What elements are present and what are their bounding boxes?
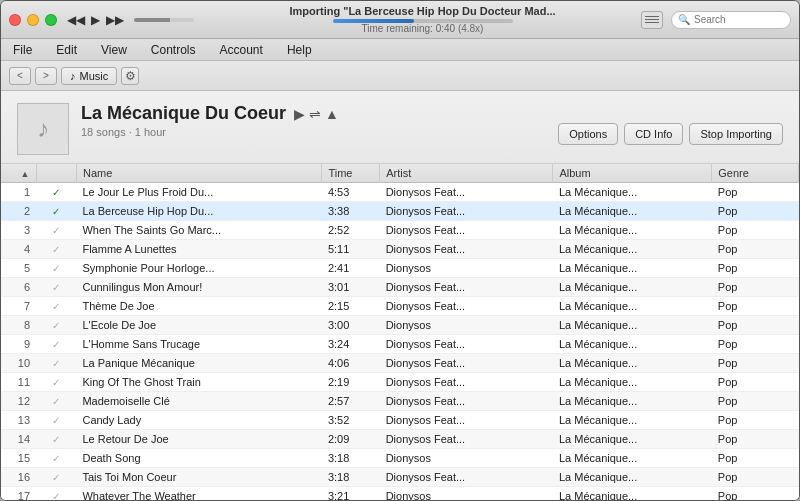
track-name[interactable]: Tais Toi Mon Coeur: [76, 468, 321, 487]
table-row[interactable]: 13 ✓ Candy Lady 3:52 Dionysos Feat... La…: [1, 411, 799, 430]
table-row[interactable]: 7 ✓ Thème De Joe 2:15 Dionysos Feat... L…: [1, 297, 799, 316]
settings-button[interactable]: ⚙: [121, 67, 139, 85]
table-row[interactable]: 11 ✓ King Of The Ghost Train 2:19 Dionys…: [1, 373, 799, 392]
track-genre: Pop: [712, 487, 799, 501]
table-row[interactable]: 6 ✓ Cunnilingus Mon Amour! 3:01 Dionysos…: [1, 278, 799, 297]
album-art: ♪: [17, 103, 69, 155]
track-status: ✓: [36, 183, 76, 202]
track-status: ✓: [36, 411, 76, 430]
track-status: ✓: [36, 221, 76, 240]
search-input[interactable]: [671, 11, 791, 29]
status-icon: ✓: [52, 187, 60, 198]
track-name[interactable]: Cunnilingus Mon Amour!: [76, 278, 321, 297]
track-name[interactable]: La Panique Mécanique: [76, 354, 321, 373]
album-shuffle-button[interactable]: ⇌: [309, 106, 321, 122]
menu-edit[interactable]: Edit: [52, 43, 81, 57]
track-name[interactable]: La Berceuse Hip Hop Du...: [76, 202, 321, 221]
track-album: La Mécanique...: [553, 487, 712, 501]
track-time: 4:06: [322, 354, 380, 373]
play-button[interactable]: ▶: [91, 13, 100, 27]
track-name[interactable]: L'Homme Sans Trucage: [76, 335, 321, 354]
table-row[interactable]: 1 ✓ Le Jour Le Plus Froid Du... 4:53 Dio…: [1, 183, 799, 202]
track-genre: Pop: [712, 221, 799, 240]
track-artist: Dionysos Feat...: [380, 411, 553, 430]
track-genre: Pop: [712, 468, 799, 487]
album-play-button[interactable]: ▶: [294, 106, 305, 122]
track-name[interactable]: Symphonie Pour Horloge...: [76, 259, 321, 278]
track-name[interactable]: Candy Lady: [76, 411, 321, 430]
track-status: ✓: [36, 468, 76, 487]
status-icon: ✓: [52, 244, 60, 255]
right-controls: 🔍: [641, 11, 791, 29]
col-header-num[interactable]: ▲: [1, 164, 36, 183]
list-view-button[interactable]: [641, 11, 663, 29]
options-button[interactable]: Options: [558, 123, 618, 145]
track-num: 6: [1, 278, 36, 297]
back-button[interactable]: <: [9, 67, 31, 85]
table-row[interactable]: 5 ✓ Symphonie Pour Horloge... 2:41 Diony…: [1, 259, 799, 278]
track-time: 3:38: [322, 202, 380, 221]
table-row[interactable]: 12 ✓ Mademoiselle Clé 2:57 Dionysos Feat…: [1, 392, 799, 411]
status-icon: ✓: [52, 434, 60, 445]
rewind-button[interactable]: ◀◀: [67, 13, 85, 27]
table-row[interactable]: 9 ✓ L'Homme Sans Trucage 3:24 Dionysos F…: [1, 335, 799, 354]
album-info: La Mécanique Du Coeur ▶ ⇌ ▲ 18 songs · 1…: [81, 103, 546, 138]
track-genre: Pop: [712, 354, 799, 373]
menu-account[interactable]: Account: [216, 43, 267, 57]
track-name[interactable]: Thème De Joe: [76, 297, 321, 316]
status-icon: ✓: [52, 453, 60, 464]
import-progress-fill: [333, 19, 414, 23]
track-name[interactable]: King Of The Ghost Train: [76, 373, 321, 392]
sort-indicator: ▲: [21, 169, 30, 179]
maximize-button[interactable]: [45, 14, 57, 26]
col-header-album[interactable]: Album: [553, 164, 712, 183]
track-time: 3:18: [322, 449, 380, 468]
table-row[interactable]: 4 ✓ Flamme A Lunettes 5:11 Dionysos Feat…: [1, 240, 799, 259]
track-name[interactable]: When The Saints Go Marc...: [76, 221, 321, 240]
menu-help[interactable]: Help: [283, 43, 316, 57]
volume-slider[interactable]: [134, 18, 194, 22]
track-time: 5:11: [322, 240, 380, 259]
table-row[interactable]: 3 ✓ When The Saints Go Marc... 2:52 Dion…: [1, 221, 799, 240]
col-header-genre[interactable]: Genre: [712, 164, 799, 183]
forward-button[interactable]: >: [35, 67, 57, 85]
track-name[interactable]: Death Song: [76, 449, 321, 468]
fast-forward-button[interactable]: ▶▶: [106, 13, 124, 27]
table-row[interactable]: 15 ✓ Death Song 3:18 Dionysos La Mécaniq…: [1, 449, 799, 468]
table-row[interactable]: 2 ✓ La Berceuse Hip Hop Du... 3:38 Diony…: [1, 202, 799, 221]
track-genre: Pop: [712, 297, 799, 316]
track-num: 14: [1, 430, 36, 449]
track-album: La Mécanique...: [553, 240, 712, 259]
cd-info-button[interactable]: CD Info: [624, 123, 683, 145]
table-row[interactable]: 10 ✓ La Panique Mécanique 4:06 Dionysos …: [1, 354, 799, 373]
menu-view[interactable]: View: [97, 43, 131, 57]
menu-controls[interactable]: Controls: [147, 43, 200, 57]
track-album: La Mécanique...: [553, 221, 712, 240]
album-up-button[interactable]: ▲: [325, 106, 339, 122]
track-name[interactable]: Le Retour De Joe: [76, 430, 321, 449]
col-header-time[interactable]: Time: [322, 164, 380, 183]
table-row[interactable]: 14 ✓ Le Retour De Joe 2:09 Dionysos Feat…: [1, 430, 799, 449]
track-time: 3:24: [322, 335, 380, 354]
track-name[interactable]: L'Ecole De Joe: [76, 316, 321, 335]
track-name[interactable]: Le Jour Le Plus Froid Du...: [76, 183, 321, 202]
track-list-container[interactable]: ▲ Name Time Artist Album Genre 1 ✓ Le Jo…: [1, 164, 799, 500]
track-status: ✓: [36, 354, 76, 373]
col-header-name[interactable]: Name: [76, 164, 321, 183]
importing-title: Importing "La Berceuse Hip Hop Du Docteu…: [289, 5, 555, 17]
track-artist: Dionysos Feat...: [380, 354, 553, 373]
track-album: La Mécanique...: [553, 411, 712, 430]
track-status: ✓: [36, 240, 76, 259]
close-button[interactable]: [9, 14, 21, 26]
table-row[interactable]: 17 ✓ Whatever The Weather 3:21 Dionysos …: [1, 487, 799, 501]
table-row[interactable]: 16 ✓ Tais Toi Mon Coeur 3:18 Dionysos Fe…: [1, 468, 799, 487]
minimize-button[interactable]: [27, 14, 39, 26]
track-name[interactable]: Whatever The Weather: [76, 487, 321, 501]
table-row[interactable]: 8 ✓ L'Ecole De Joe 3:00 Dionysos La Méca…: [1, 316, 799, 335]
stop-importing-button[interactable]: Stop Importing: [689, 123, 783, 145]
track-name[interactable]: Mademoiselle Clé: [76, 392, 321, 411]
menu-file[interactable]: File: [9, 43, 36, 57]
col-header-artist[interactable]: Artist: [380, 164, 553, 183]
breadcrumb[interactable]: ♪ Music: [61, 67, 117, 85]
track-name[interactable]: Flamme A Lunettes: [76, 240, 321, 259]
